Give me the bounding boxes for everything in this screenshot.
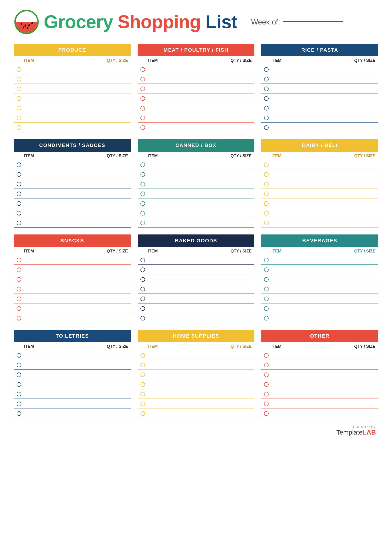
checkbox-circle[interactable] <box>264 116 269 120</box>
list-item <box>14 379 131 389</box>
checkbox-circle[interactable] <box>17 287 21 292</box>
checkbox-circle[interactable] <box>264 297 269 301</box>
checkbox-circle[interactable] <box>17 77 21 81</box>
checkbox-circle[interactable] <box>264 287 269 292</box>
checkbox-circle[interactable] <box>17 258 21 262</box>
checkbox-circle[interactable] <box>17 172 21 177</box>
checkbox-circle[interactable] <box>264 172 269 177</box>
section-toiletries: TOILETRIESITEMQTY / SIZE <box>14 330 131 418</box>
checkbox-circle[interactable] <box>140 402 145 406</box>
checkbox-circle[interactable] <box>140 211 145 216</box>
checkbox-circle[interactable] <box>140 125 145 130</box>
checkbox-circle[interactable] <box>140 87 145 91</box>
checkbox-circle[interactable] <box>140 258 145 262</box>
checkbox-circle[interactable] <box>17 116 21 120</box>
checkbox-circle[interactable] <box>264 392 269 396</box>
checkbox-circle[interactable] <box>17 96 21 101</box>
list-item <box>138 218 255 227</box>
checkbox-circle[interactable] <box>264 125 269 130</box>
checkbox-circle[interactable] <box>264 258 269 262</box>
checkbox-circle[interactable] <box>264 211 269 216</box>
checkbox-circle[interactable] <box>140 162 145 167</box>
checkbox-circle[interactable] <box>264 77 269 81</box>
checkbox-circle[interactable] <box>264 96 269 101</box>
checkbox-circle[interactable] <box>140 182 145 186</box>
checkbox-circle[interactable] <box>140 297 145 301</box>
checkbox-circle[interactable] <box>264 67 269 72</box>
checkbox-circle[interactable] <box>140 67 145 72</box>
checkbox-circle[interactable] <box>140 372 145 377</box>
checkbox-circle[interactable] <box>17 316 21 321</box>
col-headers-other: ITEMQTY / SIZE <box>261 342 378 350</box>
checkbox-circle[interactable] <box>140 353 145 358</box>
checkbox-circle[interactable] <box>17 402 21 406</box>
checkbox-circle[interactable] <box>264 87 269 91</box>
checkbox-circle[interactable] <box>140 411 145 416</box>
checkbox-circle[interactable] <box>140 96 145 101</box>
checkbox-circle[interactable] <box>17 67 21 72</box>
checkbox-circle[interactable] <box>140 392 145 396</box>
checkbox-circle[interactable] <box>17 221 21 225</box>
checkbox-circle[interactable] <box>140 172 145 177</box>
checkbox-circle[interactable] <box>140 363 145 367</box>
checkbox-circle[interactable] <box>264 106 269 110</box>
checkbox-circle[interactable] <box>264 191 269 196</box>
checkbox-circle[interactable] <box>17 211 21 216</box>
templatelab-logo: CREATED BY TemplateLAB <box>336 425 376 436</box>
checkbox-circle[interactable] <box>140 306 145 311</box>
checkbox-circle[interactable] <box>17 182 21 186</box>
checkbox-circle[interactable] <box>17 382 21 387</box>
checkbox-circle[interactable] <box>264 316 269 321</box>
checkbox-circle[interactable] <box>17 411 21 416</box>
checkbox-circle[interactable] <box>264 411 269 416</box>
checkbox-circle[interactable] <box>17 162 21 167</box>
checkbox-circle[interactable] <box>264 277 269 282</box>
checkbox-circle[interactable] <box>17 267 21 272</box>
checkbox-circle[interactable] <box>17 191 21 196</box>
checkbox-circle[interactable] <box>264 353 269 358</box>
checkbox-circle[interactable] <box>264 382 269 387</box>
col-item-header: ITEM <box>271 249 281 254</box>
list-item <box>138 189 255 198</box>
checkbox-circle[interactable] <box>264 221 269 225</box>
checkbox-circle[interactable] <box>140 287 145 292</box>
checkbox-circle[interactable] <box>140 77 145 81</box>
checkbox-circle[interactable] <box>140 191 145 196</box>
checkbox-circle[interactable] <box>17 201 21 206</box>
checkbox-circle[interactable] <box>17 87 21 91</box>
checkbox-circle[interactable] <box>17 353 21 358</box>
checkbox-circle[interactable] <box>140 277 145 282</box>
checkbox-circle[interactable] <box>17 392 21 396</box>
checkbox-circle[interactable] <box>17 277 21 282</box>
checkbox-circle[interactable] <box>264 363 269 367</box>
section-header-rice: RICE / PASTA <box>261 44 378 56</box>
list-item <box>138 160 255 169</box>
list-item <box>14 208 131 218</box>
checkbox-circle[interactable] <box>140 106 145 110</box>
checkbox-circle[interactable] <box>264 306 269 311</box>
checkbox-circle[interactable] <box>140 316 145 321</box>
col-headers-dairy: ITEMQTY / SIZE <box>261 152 378 160</box>
checkbox-circle[interactable] <box>17 106 21 110</box>
checkbox-circle[interactable] <box>140 382 145 387</box>
list-item <box>261 84 378 94</box>
checkbox-circle[interactable] <box>17 363 21 367</box>
checkbox-circle[interactable] <box>264 372 269 377</box>
checkbox-circle[interactable] <box>140 267 145 272</box>
section-dairy: DAIRY / DELIITEMQTY / SIZE <box>261 139 378 227</box>
checkbox-circle[interactable] <box>140 221 145 225</box>
checkbox-circle[interactable] <box>140 201 145 206</box>
checkbox-circle[interactable] <box>264 402 269 406</box>
list-item <box>261 160 378 169</box>
checkbox-circle[interactable] <box>264 201 269 206</box>
checkbox-circle[interactable] <box>264 182 269 186</box>
col-headers-toiletries: ITEMQTY / SIZE <box>14 342 131 350</box>
checkbox-circle[interactable] <box>17 306 21 311</box>
checkbox-circle[interactable] <box>264 267 269 272</box>
checkbox-circle[interactable] <box>140 116 145 120</box>
checkbox-circle[interactable] <box>17 125 21 130</box>
checkbox-circle[interactable] <box>17 297 21 301</box>
list-item <box>261 350 378 360</box>
checkbox-circle[interactable] <box>17 372 21 377</box>
checkbox-circle[interactable] <box>264 162 269 167</box>
